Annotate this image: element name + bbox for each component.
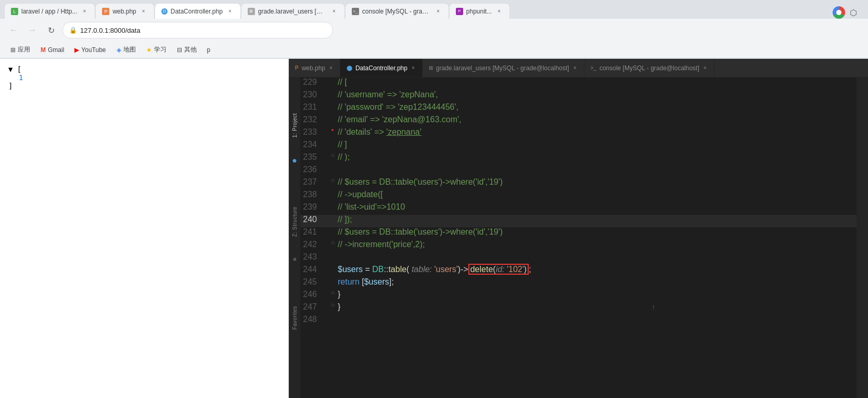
bookmark-label-study: 学习 <box>154 45 167 54</box>
error-marker-247: ! <box>653 305 654 311</box>
browser-chrome: L laravel / app / Http... × P web.php × … <box>0 0 868 59</box>
bookmarks-bar: ⊞ 应用 M Gmail ▶ YouTube ◈ 地图 ★ 学习 ⊟ 其他 p <box>0 42 868 58</box>
chrome-icon[interactable] <box>833 6 845 19</box>
code-245: return [$users]; <box>338 277 857 290</box>
bookmark-label-p: p <box>207 46 211 54</box>
line-num-237: 237 <box>300 177 327 187</box>
code-248 <box>338 315 857 327</box>
tab-label-datacontroller: DataController.php <box>171 8 223 15</box>
line-num-236: 236 <box>300 165 327 174</box>
project-icon: ⬟ <box>292 158 297 163</box>
tab-grade-users[interactable]: ⊞ grade.laravel_users [MySQL - grade@loc… <box>241 3 345 19</box>
ide-tab-label-grade: grade.laravel_users [MySQL - grade@local… <box>436 65 569 72</box>
tab-phpunit[interactable]: P phpunit... × <box>449 3 510 19</box>
tab-web[interactable]: P web.php × <box>95 3 154 19</box>
tab-favicon-laravelapp: L <box>11 8 18 15</box>
ide-tab-web[interactable]: P web.php × <box>289 59 340 78</box>
ide-right-strip <box>857 78 868 398</box>
reload-icon: ↻ <box>48 25 55 35</box>
code-235: // ); <box>338 152 857 165</box>
code-241: // $users = DB::table('users')->where('i… <box>338 227 857 240</box>
tab-close-grade[interactable]: × <box>330 7 338 16</box>
code-line-232: 232 // 'email' => 'zepNana@163.com', <box>300 115 857 127</box>
gutter-247: ◇ <box>327 302 338 307</box>
tab-label-laravelapp: laravel / app / Http... <box>21 8 77 15</box>
code-243 <box>338 252 857 265</box>
gutter-233: ● <box>327 127 338 132</box>
bookmark-p[interactable]: p <box>203 45 215 55</box>
bookmark-gmail[interactable]: M Gmail <box>36 45 68 55</box>
code-line-233: 233 ● // 'details' => 'zepnana' <box>300 127 857 140</box>
bookmark-other[interactable]: ⊟ 其他 <box>173 44 201 55</box>
bookmark-maps[interactable]: ◈ 地图 <box>112 44 140 55</box>
line-num-242: 242 <box>300 240 327 249</box>
code-line-236: 236 <box>300 165 857 177</box>
tab-favicon-web: P <box>102 8 109 15</box>
tab-datacontroller[interactable]: D DataController.php × <box>155 3 241 19</box>
browser-json-content: ▼ [ 1 ] <box>0 59 289 398</box>
code-line-245: 245 return [$users]; <box>300 277 857 290</box>
back-button[interactable]: ← <box>6 23 21 37</box>
ide-tab-close-console[interactable]: × <box>703 64 708 72</box>
ext-icon-1[interactable]: ⬡ <box>847 6 860 19</box>
gmail-icon: M <box>41 46 46 54</box>
tab-close-web[interactable]: × <box>139 7 148 16</box>
tab-console[interactable]: >_ console [MySQL - grade@localhost] × <box>345 3 449 19</box>
ide-tab-icon-dc: ⬤ <box>347 65 352 71</box>
tab-close-datacontroller[interactable]: × <box>226 7 234 16</box>
code-line-240: 240 // ]); <box>300 215 857 227</box>
tab-label-web: web.php <box>112 8 136 15</box>
json-close-bracket: ] <box>8 82 280 90</box>
code-232: // 'email' => 'zepNana@163.com', <box>338 115 857 127</box>
project-label: 1: Project <box>292 113 298 138</box>
code-236 <box>338 165 857 177</box>
tab-label-console: console [MySQL - grade@localhost] <box>362 8 431 15</box>
code-line-243: 243 <box>300 252 857 265</box>
ide-tab-close-dc[interactable]: × <box>411 64 416 72</box>
back-icon: ← <box>9 25 18 35</box>
ide-panel: P web.php × ⬤ DataController.php × ⊞ gra… <box>289 59 868 398</box>
address-bar-row: ← → ↻ 🔒 127.0.0.1:8000/data <box>0 19 868 42</box>
gutter-242: ◇ <box>327 240 338 245</box>
bookmark-label-other: 其他 <box>184 45 197 54</box>
apps-icon: ⊞ <box>10 46 16 54</box>
ide-tab-datacontroller[interactable]: ⬤ DataController.php × <box>340 59 423 78</box>
chrome-extensions: ⬡ <box>833 6 864 19</box>
code-238: // ->update([ <box>338 190 857 202</box>
line-num-234: 234 <box>300 140 327 149</box>
tab-close-phpunit[interactable]: × <box>495 7 503 16</box>
tab-close-laravelapp[interactable]: × <box>80 7 88 16</box>
code-table-fn: table <box>388 265 406 274</box>
tab-label-phpunit: phpunit... <box>466 8 492 15</box>
tab-close-console[interactable]: × <box>434 7 442 16</box>
ide-tab-close-grade[interactable]: × <box>572 64 578 72</box>
code-233: // 'details' => 'zepnana' <box>338 127 857 140</box>
code-editor[interactable]: 229 // [ 230 // 'username' => 'zepNana', <box>300 78 857 398</box>
code-240: // ]); <box>338 215 857 227</box>
ide-tab-console[interactable]: >_ console [MySQL - grade@localhost] × <box>584 59 714 78</box>
line-num-246: 246 <box>300 290 327 299</box>
gutter-246: ◇ <box>327 290 338 295</box>
delete-highlight: delete(id: '102') <box>468 264 529 275</box>
lock-icon: 🔒 <box>69 27 77 34</box>
gutter-237: ◇ <box>327 177 338 183</box>
bookmark-youtube[interactable]: ▶ YouTube <box>70 45 110 55</box>
code-231: // 'password' => 'zep123444456', <box>338 102 857 115</box>
youtube-icon: ▶ <box>74 46 79 54</box>
forward-button[interactable]: → <box>25 23 40 37</box>
line-num-245: 245 <box>300 277 327 287</box>
ide-tab-grade[interactable]: ⊞ grade.laravel_users [MySQL - grade@loc… <box>423 59 584 78</box>
line-num-233: 233 <box>300 127 327 137</box>
tab-favicon-console: >_ <box>352 8 359 15</box>
tab-bar: L laravel / app / Http... × P web.php × … <box>0 0 868 19</box>
code-244: $users = DB::table( table: 'users')->del… <box>338 265 857 277</box>
tab-laravelapp[interactable]: L laravel / app / Http... × <box>4 3 95 19</box>
gutter-235: ◇ <box>327 152 338 158</box>
code-247: }! <box>338 302 857 315</box>
address-box[interactable]: 🔒 127.0.0.1:8000/data <box>62 22 333 38</box>
reload-button[interactable]: ↻ <box>44 23 58 37</box>
json-value-1: 1 <box>19 73 23 82</box>
ide-tab-close-web[interactable]: × <box>328 64 334 72</box>
bookmark-apps[interactable]: ⊞ 应用 <box>6 44 34 55</box>
bookmark-study[interactable]: ★ 学习 <box>142 44 171 55</box>
